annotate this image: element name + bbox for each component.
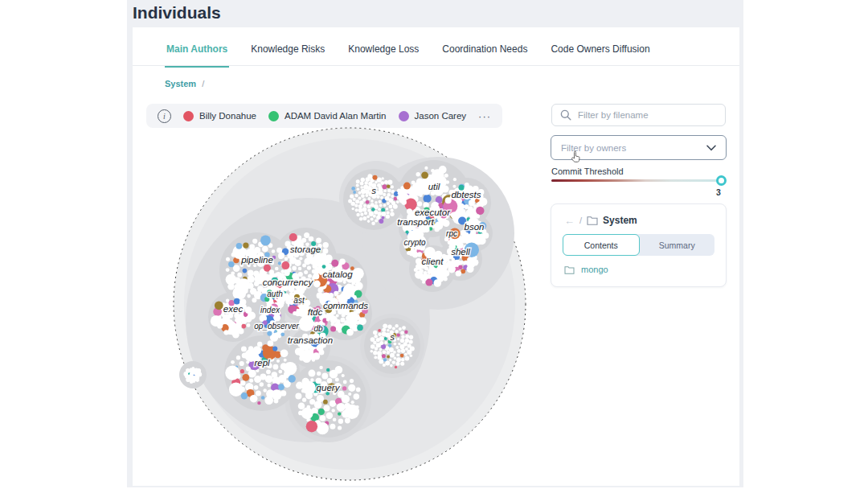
file-circle[interactable] — [298, 267, 302, 271]
file-circle[interactable] — [371, 350, 374, 353]
file-circle[interactable] — [351, 187, 355, 191]
file-circle[interactable] — [262, 344, 268, 351]
file-circle[interactable] — [355, 199, 359, 203]
file-circle[interactable] — [254, 376, 261, 383]
file-circle[interactable] — [284, 362, 297, 376]
file-circle[interactable] — [264, 397, 273, 405]
file-circle[interactable] — [243, 269, 248, 273]
file-circle[interactable] — [371, 337, 375, 342]
file-circle[interactable] — [357, 325, 363, 331]
cluster-label-catalog[interactable]: catalog — [322, 269, 353, 279]
file-circle[interactable] — [339, 259, 346, 265]
file-circle[interactable] — [360, 182, 364, 186]
file-circle[interactable] — [348, 392, 351, 396]
file-circle[interactable] — [379, 204, 383, 208]
file-circle[interactable] — [397, 338, 399, 340]
file-circle[interactable] — [335, 366, 343, 374]
file-circle[interactable] — [298, 402, 305, 409]
file-circle[interactable] — [280, 390, 286, 396]
file-circle[interactable] — [377, 351, 382, 355]
file-circle[interactable] — [390, 353, 395, 358]
file-circle[interactable] — [226, 268, 230, 272]
file-circle[interactable] — [424, 166, 428, 170]
file-circle[interactable] — [272, 389, 282, 400]
file-circle[interactable] — [253, 346, 262, 355]
file-circle[interactable] — [196, 368, 201, 373]
cluster-label-transaction[interactable]: transaction — [288, 335, 333, 345]
file-circle[interactable] — [306, 421, 317, 432]
file-circle[interactable] — [405, 339, 409, 343]
file-circle[interactable] — [395, 366, 397, 368]
file-circle[interactable] — [279, 255, 283, 259]
cluster-label-rpc[interactable]: rpc — [446, 229, 457, 238]
file-circle[interactable] — [322, 265, 326, 269]
file-circle[interactable] — [353, 191, 356, 194]
file-circle[interactable] — [310, 378, 313, 381]
file-circle[interactable] — [276, 248, 282, 253]
file-circle[interactable] — [368, 197, 371, 200]
file-circle[interactable] — [240, 361, 244, 366]
file-circle[interactable] — [410, 355, 413, 358]
file-circle[interactable] — [387, 189, 391, 193]
file-circle[interactable] — [359, 217, 362, 220]
file-circle[interactable] — [313, 273, 320, 280]
file-circle[interactable] — [231, 360, 235, 364]
cluster-label-exec[interactable]: exec — [223, 304, 244, 314]
file-circle[interactable] — [261, 396, 265, 400]
file-circle[interactable] — [379, 348, 383, 351]
file-circle[interactable] — [439, 166, 447, 174]
file-circle[interactable] — [318, 349, 324, 355]
file-circle[interactable] — [280, 332, 285, 336]
file-circle[interactable] — [384, 341, 387, 344]
file-circle[interactable] — [373, 215, 376, 218]
cluster-label-repl[interactable]: repl — [254, 358, 270, 368]
file-circle[interactable] — [421, 171, 428, 179]
file-circle[interactable] — [387, 184, 391, 188]
file-circle[interactable] — [254, 385, 259, 390]
file-circle[interactable] — [342, 395, 350, 403]
file-circle[interactable] — [424, 195, 432, 203]
file-circle[interactable] — [378, 212, 382, 216]
file-circle[interactable] — [231, 253, 235, 257]
file-circle[interactable] — [338, 412, 341, 415]
file-circle[interactable] — [360, 213, 363, 216]
explorer-item-mongo[interactable]: mongo — [551, 256, 726, 274]
file-circle[interactable] — [362, 216, 366, 220]
file-circle[interactable] — [381, 208, 385, 212]
file-circle[interactable] — [414, 268, 418, 272]
file-circle[interactable] — [361, 189, 366, 194]
file-circle[interactable] — [241, 347, 247, 352]
file-circle[interactable] — [401, 349, 405, 353]
file-circle[interactable] — [242, 374, 249, 381]
file-circle[interactable] — [391, 208, 394, 212]
file-circle[interactable] — [383, 203, 387, 207]
file-circle[interactable] — [317, 372, 321, 376]
file-circle[interactable] — [373, 175, 378, 180]
cluster-label-concurrency[interactable]: concurrency — [263, 277, 314, 287]
file-circle[interactable] — [250, 395, 258, 403]
file-circle[interactable] — [374, 335, 378, 339]
file-circle[interactable] — [352, 268, 363, 279]
file-circle[interactable] — [319, 366, 322, 369]
file-circle[interactable] — [318, 409, 325, 415]
file-circle[interactable] — [377, 355, 382, 360]
file-circle[interactable] — [355, 208, 358, 212]
file-circle[interactable] — [381, 212, 386, 216]
file-circle[interactable] — [392, 360, 395, 364]
file-circle[interactable] — [307, 266, 311, 270]
file-circle[interactable] — [272, 346, 277, 351]
file-circle[interactable] — [383, 350, 387, 354]
cluster-label-db[interactable]: db — [313, 324, 323, 333]
file-circle[interactable] — [348, 384, 355, 392]
file-circle[interactable] — [273, 364, 279, 370]
file-circle[interactable] — [387, 211, 390, 214]
file-circle[interactable] — [254, 247, 260, 253]
file-circle[interactable] — [389, 205, 393, 209]
file-circle[interactable] — [336, 294, 341, 299]
file-circle[interactable] — [364, 212, 367, 215]
file-circle[interactable] — [411, 180, 416, 184]
legend-author[interactable]: Billy Donahue — [183, 111, 256, 121]
file-circle[interactable] — [343, 380, 347, 384]
file-circle[interactable] — [397, 349, 401, 353]
file-circle[interactable] — [296, 382, 303, 389]
